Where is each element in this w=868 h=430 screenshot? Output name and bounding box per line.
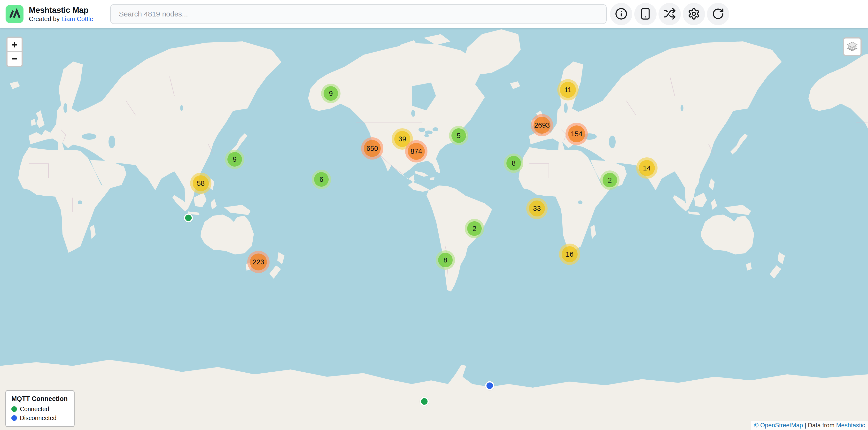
cluster-count: 11	[560, 82, 576, 98]
cluster-marker[interactable]: 650	[361, 137, 383, 160]
byline-text: Created by	[29, 15, 60, 23]
cluster-count: 9	[323, 86, 338, 101]
liam-cottle-link[interactable]: Liam Cottle	[61, 15, 93, 23]
node-marker-disconnected[interactable]	[485, 381, 494, 390]
node-marker-connected[interactable]	[420, 397, 429, 406]
cluster-count: 33	[529, 200, 545, 217]
search-input[interactable]	[110, 4, 607, 24]
mqtt-legend: MQTT Connection ConnectedDisconnected	[5, 390, 74, 427]
cluster-marker[interactable]: 33	[526, 198, 548, 219]
app-titles: Meshtastic Map Created by Liam Cottle	[29, 5, 93, 23]
cluster-count: 8	[438, 253, 453, 267]
cluster-marker[interactable]: 16	[559, 243, 580, 265]
cluster-count: 8	[506, 156, 521, 170]
zoom-in-button[interactable]: +	[7, 38, 22, 52]
node-marker-connected[interactable]	[184, 213, 193, 223]
cluster-marker[interactable]: 9	[225, 150, 244, 169]
cluster-marker[interactable]: 2	[465, 219, 484, 238]
cluster-marker[interactable]: 58	[190, 173, 211, 194]
cluster-marker[interactable]: 5	[449, 126, 468, 145]
page-title: Meshtastic Map	[29, 5, 93, 15]
smartphone-button[interactable]	[634, 3, 657, 25]
settings-button[interactable]	[683, 3, 705, 25]
info-icon	[615, 7, 627, 21]
legend-item: Connected	[11, 405, 68, 412]
settings-icon	[688, 7, 700, 21]
map-attribution: © OpenStreetMap | Data from Meshtastic	[751, 421, 868, 430]
cluster-marker[interactable]: 154	[565, 123, 588, 145]
cluster-marker[interactable]: 2693	[531, 114, 553, 136]
refresh-icon	[712, 7, 724, 21]
cluster-marker[interactable]: 2	[600, 170, 620, 190]
meshtastic-logo-icon	[6, 5, 24, 23]
attribution-separator: | Data from	[803, 422, 836, 429]
shuffle-button[interactable]	[658, 3, 681, 25]
shuffle-icon	[663, 7, 676, 21]
refresh-button[interactable]	[707, 3, 729, 25]
smartphone-icon	[639, 7, 652, 21]
cluster-count: 14	[639, 160, 655, 176]
meshtastic-link[interactable]: Meshtastic	[836, 422, 865, 429]
cluster-count: 2	[467, 221, 482, 236]
cluster-count: 650	[364, 140, 381, 157]
cluster-marker[interactable]: 9	[321, 84, 341, 103]
cluster-marker[interactable]: 874	[405, 140, 428, 162]
legend-items: ConnectedDisconnected	[11, 405, 68, 422]
cluster-count: 9	[227, 152, 242, 167]
app-header: Meshtastic Map Created by Liam Cottle	[0, 0, 868, 28]
cluster-count: 16	[562, 246, 578, 262]
legend-label: Connected	[20, 405, 49, 412]
zoom-out-button[interactable]: −	[7, 52, 22, 66]
cluster-marker[interactable]: 11	[557, 79, 579, 100]
byline: Created by Liam Cottle	[29, 15, 93, 23]
map-zoom-control: + −	[6, 37, 23, 67]
cluster-marker[interactable]: 14	[636, 157, 657, 179]
cluster-count: 6	[314, 172, 329, 187]
legend-label: Disconnected	[20, 415, 56, 422]
world-map	[0, 28, 868, 430]
legend-dot-icon	[11, 415, 17, 421]
legend-dot-icon	[11, 406, 17, 412]
meshtastic-map-app: Meshtastic Map Created by Liam Cottle	[0, 0, 868, 430]
cluster-marker[interactable]: 6	[312, 170, 331, 189]
cluster-marker[interactable]: 8	[504, 154, 523, 173]
legend-title: MQTT Connection	[11, 395, 68, 403]
cluster-marker[interactable]: 223	[247, 251, 270, 273]
cluster-count: 2693	[533, 117, 551, 134]
header-buttons	[610, 3, 729, 25]
cluster-count: 223	[250, 254, 267, 270]
cluster-count: 874	[408, 143, 425, 160]
openstreetmap-link[interactable]: © OpenStreetMap	[754, 422, 803, 429]
layers-icon	[846, 41, 858, 53]
layers-control[interactable]	[843, 37, 862, 56]
cluster-count: 154	[568, 125, 585, 142]
cluster-count: 5	[452, 128, 466, 143]
legend-item: Disconnected	[11, 415, 68, 422]
cluster-marker[interactable]: 8	[436, 250, 455, 270]
cluster-count: 2	[602, 173, 617, 188]
cluster-count: 58	[193, 175, 209, 191]
info-button[interactable]	[610, 3, 632, 25]
map-viewport[interactable]: + − MQTT Connection ConnectedDisconnecte…	[0, 28, 868, 430]
